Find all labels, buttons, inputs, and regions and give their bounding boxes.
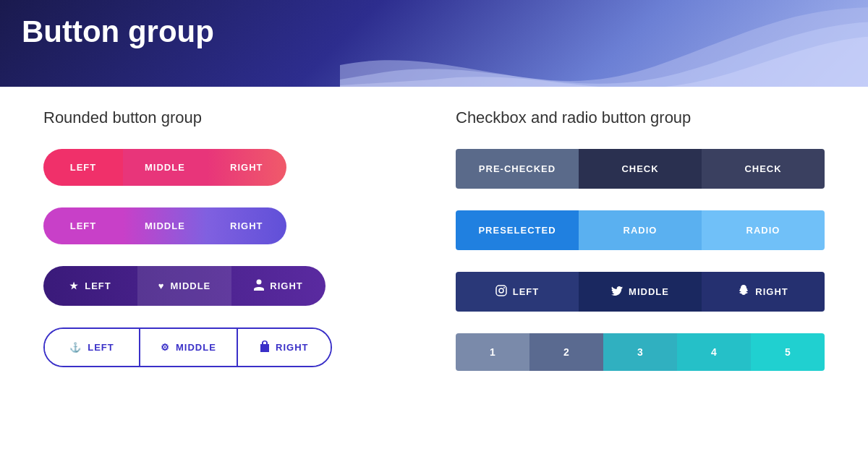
star-icon: ★ <box>69 280 79 291</box>
radio-btn-3[interactable]: RADIO <box>702 210 825 250</box>
social-btn-left[interactable]: LEFT <box>456 272 579 312</box>
radio-btn-2[interactable]: RADIO <box>579 210 702 250</box>
group2-right-button[interactable]: RIGHT <box>207 207 286 244</box>
group1-right-button[interactable]: RIGHT <box>207 149 286 186</box>
instagram-icon <box>495 285 507 299</box>
number-btn-2[interactable]: 2 <box>529 333 603 371</box>
header: Button group <box>0 0 868 87</box>
button-group-row-1: LEFT MIDDLE RIGHT <box>43 149 412 186</box>
checkbox-group: PRE-CHECKED CHECK CHECK <box>456 149 825 189</box>
wave-decoration <box>340 7 868 87</box>
svg-point-0 <box>257 280 262 285</box>
rounded-group-2: LEFT MIDDLE RIGHT <box>43 207 286 244</box>
social-btn-right[interactable]: RIGHT <box>702 272 825 312</box>
number-btn-1[interactable]: 1 <box>456 333 529 371</box>
group3-left-button[interactable]: ★ LEFT <box>43 266 137 306</box>
right-section-title: Checkbox and radio button group <box>456 108 825 127</box>
checkbox-btn-1[interactable]: PRE-CHECKED <box>456 149 579 189</box>
group1-left-button[interactable]: LEFT <box>43 149 123 186</box>
right-section: Checkbox and radio button group PRE-CHEC… <box>456 108 825 389</box>
group1-middle-button[interactable]: MIDDLE <box>123 149 207 186</box>
gear-icon: ⚙ <box>161 342 170 353</box>
checkbox-btn-2[interactable]: CHECK <box>579 149 702 189</box>
heart-icon: ♥ <box>158 280 165 291</box>
left-section-title: Rounded button group <box>43 108 412 127</box>
group4-right-button[interactable]: RIGHT <box>237 329 331 366</box>
checkbox-btn-3[interactable]: CHECK <box>702 149 825 189</box>
bag-icon <box>260 340 270 354</box>
snapchat-icon <box>738 285 749 299</box>
anchor-icon: ⚓ <box>69 342 82 353</box>
outline-group-4: ⚓ LEFT ⚙ MIDDLE RIGHT <box>43 327 332 367</box>
number-btn-4[interactable]: 4 <box>677 333 751 371</box>
group3-middle-button[interactable]: ♥ MIDDLE <box>137 266 231 306</box>
svg-rect-1 <box>496 286 506 296</box>
button-group-row-4: ⚓ LEFT ⚙ MIDDLE RIGHT <box>43 327 412 367</box>
radio-btn-1[interactable]: PRESELECTED <box>456 210 579 250</box>
main-content: Rounded button group LEFT MIDDLE RIGHT L… <box>0 87 868 411</box>
social-group: LEFT MIDDLE RIGHT <box>456 272 825 312</box>
person-icon <box>254 279 264 293</box>
number-group: 1 2 3 4 5 <box>456 333 825 371</box>
rounded-group-1: LEFT MIDDLE RIGHT <box>43 149 286 186</box>
page-title: Button group <box>22 14 214 49</box>
social-btn-middle[interactable]: MIDDLE <box>579 272 702 312</box>
group3-right-button[interactable]: RIGHT <box>231 266 326 306</box>
number-btn-3[interactable]: 3 <box>603 333 677 371</box>
group4-middle-button[interactable]: ⚙ MIDDLE <box>139 329 237 366</box>
svg-point-2 <box>499 288 503 293</box>
button-group-row-3: ★ LEFT ♥ MIDDLE RIGHT <box>43 266 412 306</box>
rounded-group-3: ★ LEFT ♥ MIDDLE RIGHT <box>43 266 326 306</box>
button-group-row-2: LEFT MIDDLE RIGHT <box>43 207 412 244</box>
radio-group: PRESELECTED RADIO RADIO <box>456 210 825 250</box>
group4-left-button[interactable]: ⚓ LEFT <box>45 329 139 366</box>
twitter-icon <box>611 286 623 298</box>
svg-point-3 <box>503 287 505 288</box>
group2-left-button[interactable]: LEFT <box>43 207 123 244</box>
number-btn-5[interactable]: 5 <box>751 333 825 371</box>
group2-middle-button[interactable]: MIDDLE <box>123 207 207 244</box>
left-section: Rounded button group LEFT MIDDLE RIGHT L… <box>43 108 412 389</box>
